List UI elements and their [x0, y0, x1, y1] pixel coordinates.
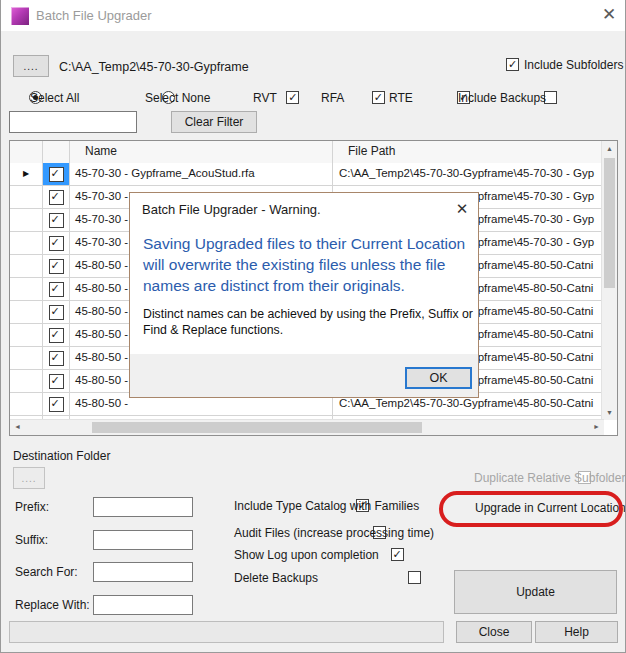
warning-line: Saving Upgraded files to their Current L… [143, 233, 473, 254]
dialog-footer: OK [130, 354, 478, 397]
scroll-up-icon[interactable]: ▲ [602, 141, 617, 156]
rvt-checkbox[interactable]: ✓ [286, 91, 299, 104]
progress-bar [9, 621, 444, 643]
row-checkbox[interactable]: ✓ [49, 374, 64, 389]
scroll-down-icon[interactable]: ▼ [602, 405, 617, 420]
audit-files-label: Audit Files (increase processing time) [234, 526, 434, 540]
row-checkbox[interactable]: ✓ [49, 167, 64, 182]
warning-line: names are distinct from their originals. [143, 275, 473, 296]
check-icon: ✓ [51, 236, 60, 249]
horizontal-scroll-thumb[interactable] [92, 422, 422, 433]
detail-line: Distinct names can be achieved by using … [143, 307, 473, 323]
grid-header-file-path[interactable]: File Path [333, 141, 604, 163]
check-icon: ✓ [51, 351, 60, 364]
warning-dialog: Batch File Upgrader - Warning. ✕ Saving … [129, 192, 479, 398]
check-icon: ✓ [51, 397, 60, 410]
rvt-label: RVT [253, 91, 277, 105]
prefix-label: Prefix: [15, 500, 49, 514]
row-checkbox[interactable]: ✓ [49, 190, 64, 205]
include-backups-label: Include Backups [458, 91, 546, 105]
check-icon: ✓ [51, 282, 60, 295]
scroll-left-icon[interactable]: ◄ [10, 420, 25, 434]
close-button[interactable]: Close [456, 621, 532, 643]
check-icon: ✓ [51, 190, 60, 203]
dialog-warning-message: Saving Upgraded files to their Current L… [143, 233, 473, 296]
horizontal-scrollbar[interactable]: ◄ ► [10, 419, 604, 435]
suffix-label: Suffix: [15, 533, 48, 547]
delete-backups-checkbox[interactable] [408, 571, 421, 584]
destination-browse-button[interactable]: .... [13, 467, 45, 489]
rfa-checkbox[interactable]: ✓ [372, 91, 385, 104]
duplicate-relative-subfolders-label: Duplicate Relative Subfolders [474, 471, 626, 485]
app-icon [11, 7, 29, 25]
row-checkbox[interactable]: ✓ [49, 397, 64, 412]
vertical-scrollbar[interactable]: ▲ ▼ [601, 141, 617, 420]
search-for-input[interactable] [93, 562, 193, 582]
check-icon: ✓ [508, 58, 517, 71]
vertical-scroll-thumb[interactable] [604, 158, 615, 288]
show-log-label: Show Log upon completion [234, 548, 379, 562]
help-button[interactable]: Help [535, 621, 618, 643]
destination-folder-label: Destination Folder [13, 449, 110, 463]
row-checkbox[interactable]: ✓ [49, 282, 64, 297]
table-row[interactable]: ▶ ✓ 45-70-30 - Gypframe_AcouStud.rfa C:\… [10, 163, 604, 186]
row-checkbox[interactable]: ✓ [49, 213, 64, 228]
upgrade-current-location-label: Upgrade in Current Location [475, 501, 626, 515]
check-icon: ✓ [51, 305, 60, 318]
ok-button[interactable]: OK [405, 367, 472, 389]
grid-header-rowselector [10, 141, 43, 163]
update-button[interactable]: Update [454, 570, 617, 614]
window-close-icon[interactable]: ✕ [598, 4, 620, 26]
scroll-right-icon[interactable]: ► [589, 420, 604, 434]
delete-backups-label: Delete Backups [234, 571, 318, 585]
title-bar: Batch File Upgrader ✕ [1, 0, 625, 31]
grid-header-name[interactable]: Name [70, 141, 333, 163]
prefix-input[interactable] [93, 497, 193, 517]
search-for-label: Search For: [15, 565, 78, 579]
window-title: Batch File Upgrader [36, 8, 152, 23]
row-checkbox[interactable]: ✓ [49, 236, 64, 251]
check-icon: ✓ [51, 167, 60, 180]
rte-label: RTE [389, 91, 413, 105]
dialog-title: Batch File Upgrader - Warning. [142, 202, 321, 217]
check-icon: ✓ [51, 259, 60, 272]
detail-line: Find & Replace functions. [143, 323, 473, 339]
current-row-arrow-icon: ▶ [10, 163, 42, 185]
grid-header-row: Name File Path [10, 141, 617, 164]
check-icon: ✓ [393, 548, 402, 561]
replace-with-input[interactable] [93, 595, 193, 615]
row-checkbox[interactable]: ✓ [49, 351, 64, 366]
show-log-checkbox[interactable]: ✓ [391, 548, 404, 561]
rfa-label: RFA [321, 91, 344, 105]
row-checkbox[interactable]: ✓ [49, 259, 64, 274]
row-name: 45-70-30 - Gypframe_AcouStud.rfa [70, 163, 333, 185]
row-path: C:\AA_Temp2\45-70-30-Gypframe\45-70-30 -… [333, 163, 604, 185]
include-subfolders-checkbox[interactable]: ✓ [506, 58, 519, 71]
replace-with-label: Replace With: [15, 598, 90, 612]
warning-line: will overwrite the existing files unless… [143, 254, 473, 275]
grid-header-checkbox-col [43, 141, 70, 163]
batch-file-upgrader-window: Batch File Upgrader ✕ .... C:\AA_Temp2\4… [0, 0, 626, 653]
row-checkbox[interactable]: ✓ [49, 305, 64, 320]
filter-input[interactable] [9, 111, 137, 133]
dialog-detail-message: Distinct names can be achieved by using … [143, 307, 473, 338]
dialog-close-icon[interactable]: ✕ [452, 199, 472, 219]
source-path-label: C:\AA_Temp2\45-70-30-Gypframe [59, 60, 249, 74]
row-checkbox[interactable]: ✓ [49, 328, 64, 343]
source-browse-button[interactable]: .... [13, 55, 49, 77]
check-icon: ✓ [51, 328, 60, 341]
suffix-input[interactable] [93, 530, 193, 550]
check-icon: ✓ [51, 374, 60, 387]
include-subfolders-label: Include Subfolders [524, 58, 623, 72]
select-all-label: Select All [30, 91, 79, 105]
select-none-label: Select None [145, 91, 210, 105]
check-icon: ✓ [374, 91, 383, 104]
check-icon: ✓ [288, 91, 297, 104]
check-icon: ✓ [51, 213, 60, 226]
clear-filter-button[interactable]: Clear Filter [171, 111, 257, 133]
include-type-catalog-label: Include Type Catalog with Families [234, 499, 419, 513]
